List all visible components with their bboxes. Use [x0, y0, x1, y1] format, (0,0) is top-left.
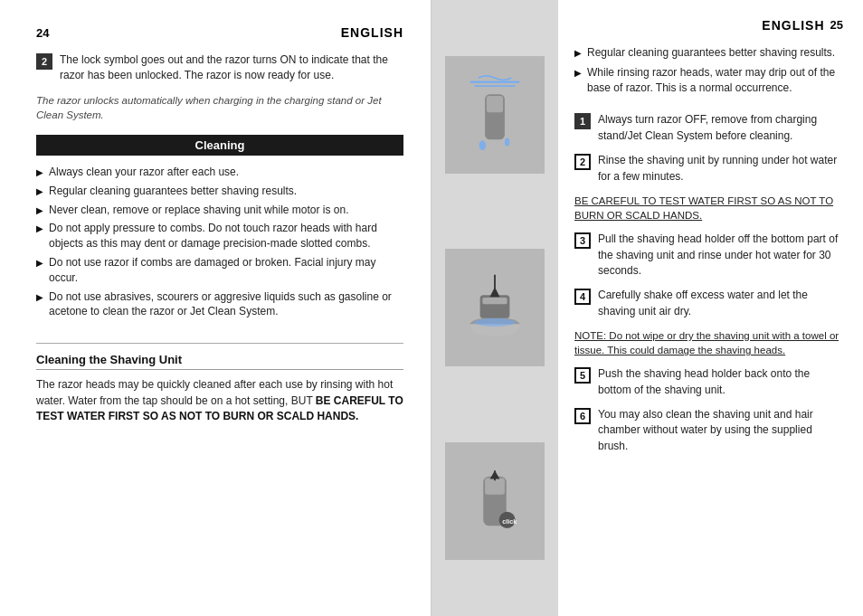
- left-page-number: 24: [36, 26, 49, 40]
- right-step-5-badge: 5: [574, 367, 591, 384]
- step-2-badge: 2: [36, 53, 52, 70]
- bullet-item: ▶Do not use abrasives, scourers or aggre…: [36, 289, 403, 320]
- bullet-item: ▶Do not use razor if combs are damaged o…: [36, 255, 403, 286]
- images-column: click: [432, 0, 558, 616]
- bullet-item: ▶Always clean your razor after each use.: [36, 165, 403, 180]
- bullet-marker: ▶: [36, 291, 43, 304]
- right-page-number: 25: [830, 18, 843, 33]
- svg-point-7: [474, 318, 515, 327]
- cleaning-shaving-unit-title: Cleaning the Shaving Unit: [36, 353, 403, 370]
- right-step-5-text: Push the shaving head holder back onto t…: [598, 366, 843, 398]
- italic-note: The razor unlocks automatically when cha…: [36, 93, 403, 122]
- bullet-marker: ▶: [574, 67, 582, 80]
- right-step-3-badge: 3: [574, 232, 591, 249]
- page-right: click ENGLISH 25 ▶ Regular cleaning guar…: [432, 0, 863, 616]
- right-bullet-item: ▶ While rinsing razor heads, water may d…: [574, 65, 843, 96]
- cleaning-intro: The razor heads may be quickly cleaned a…: [36, 377, 403, 424]
- svg-point-4: [479, 140, 486, 150]
- svg-rect-1: [487, 96, 503, 112]
- image-2-head-holder: [445, 249, 545, 366]
- bullet-marker: ▶: [574, 47, 582, 60]
- bullet-marker: ▶: [36, 223, 43, 235]
- right-step-1-text: Always turn razor OFF, remove from charg…: [598, 112, 843, 144]
- bullet-item: ▶Never clean, remove or replace shaving …: [36, 203, 403, 218]
- step-2-text: The lock symbol goes out and the razor t…: [60, 52, 403, 84]
- divider: [36, 343, 403, 344]
- note-underlined: NOTE: Do not wipe or dry the shaving uni…: [574, 330, 839, 355]
- right-step-6-badge: 6: [574, 408, 591, 424]
- svg-rect-13: [485, 479, 505, 495]
- cleaning-section-header: Cleaning: [36, 135, 403, 156]
- bullet-marker: ▶: [36, 166, 43, 179]
- left-lang-label: ENGLISH: [341, 25, 403, 40]
- right-step-4-badge: 4: [574, 289, 591, 305]
- right-step-1-badge: 1: [574, 113, 591, 129]
- right-step-1: 1 Always turn razor OFF, remove from cha…: [574, 112, 843, 144]
- right-bullet-item: ▶ Regular cleaning guarantees better sha…: [574, 45, 843, 61]
- svg-text:click: click: [502, 517, 517, 526]
- page-left: 24 ENGLISH 2 The lock symbol goes out an…: [0, 0, 432, 616]
- step-2-block: 2 The lock symbol goes out and the razor…: [36, 52, 403, 84]
- right-step-4: 4 Carefully shake off excess water and l…: [574, 288, 843, 319]
- svg-point-5: [505, 137, 509, 146]
- bullet-item: ▶Regular cleaning guarantees better shav…: [36, 184, 403, 199]
- right-step-3-text: Pull the shaving head holder off the bot…: [598, 232, 843, 279]
- right-content: ENGLISH 25 ▶ Regular cleaning guarantees…: [558, 0, 863, 616]
- bullet-marker: ▶: [36, 204, 43, 217]
- right-step-2-text: Rinse the shaving unit by running under …: [598, 153, 843, 185]
- drying-note: NOTE: Do not wipe or dry the shaving uni…: [574, 328, 843, 357]
- right-step-6: 6 You may also clean the shaving unit an…: [574, 407, 843, 454]
- right-step-2: 2 Rinse the shaving unit by running unde…: [574, 153, 843, 185]
- cleaning-bullets: ▶Always clean your razor after each use.…: [36, 165, 403, 323]
- right-step-4-text: Carefully shake off excess water and let…: [598, 288, 843, 319]
- right-header: ENGLISH 25: [574, 18, 843, 33]
- underwater-warning: BE CAREFUL TO TEST WATER FIRST SO AS NOT…: [574, 194, 843, 223]
- bullet-marker: ▶: [36, 185, 43, 198]
- left-header: 24 ENGLISH: [36, 25, 403, 40]
- right-lang-label: ENGLISH: [762, 18, 824, 33]
- right-bullets: ▶ Regular cleaning guarantees better sha…: [574, 45, 843, 100]
- svg-rect-9: [482, 299, 507, 305]
- right-step-6-text: You may also clean the shaving unit and …: [598, 407, 843, 454]
- image-3-click-back: click: [445, 442, 545, 560]
- right-step-5: 5 Push the shaving head holder back onto…: [574, 366, 843, 398]
- bullet-marker: ▶: [36, 257, 43, 270]
- image-1-razor-water: [445, 56, 545, 174]
- right-step-3: 3 Pull the shaving head holder off the b…: [574, 232, 843, 279]
- bullet-item: ▶Do not apply pressure to combs. Do not …: [36, 221, 403, 251]
- right-step-2-badge: 2: [574, 154, 591, 170]
